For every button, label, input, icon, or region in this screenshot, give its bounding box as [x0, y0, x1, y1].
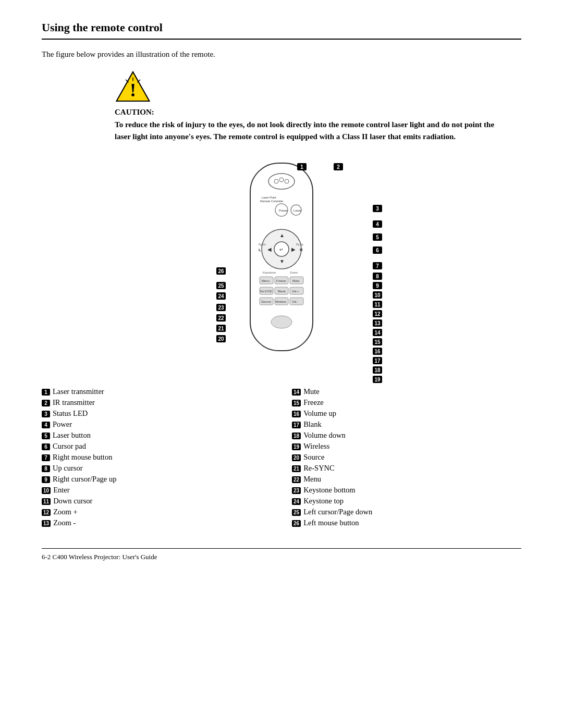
legend-num: 20: [292, 454, 301, 461]
legend-text: Source: [303, 453, 324, 462]
legend-text: Left cursor/Page down: [303, 508, 372, 516]
legend-num: 2: [42, 400, 50, 406]
caution-label: CAUTION:: [115, 108, 154, 117]
legend-num: 19: [292, 443, 301, 450]
intro-text: The figure below provides an illustratio…: [42, 50, 521, 59]
callout-15: 15: [373, 338, 382, 346]
legend-num: 23: [292, 487, 301, 494]
legend-item: 10Enter: [42, 486, 271, 495]
callout-22: 22: [216, 314, 226, 322]
legend-item: 2IR transmitter: [42, 398, 271, 407]
svg-text:L: L: [259, 248, 261, 252]
svg-text:Pg Up: Pg Up: [296, 243, 303, 246]
legend-text: Right mouse button: [53, 453, 112, 462]
legend-item: 16Volume up: [292, 409, 521, 418]
callout-18: 18: [373, 366, 382, 374]
legend-num: 11: [42, 498, 51, 505]
legend-text: Menu: [303, 475, 321, 484]
callout-9: 9: [373, 282, 382, 289]
svg-text:Pg Dn: Pg Dn: [259, 243, 266, 246]
svg-text:Laser: Laser: [293, 209, 301, 212]
legend-text: Volume down: [303, 431, 346, 440]
callout-23: 23: [216, 304, 226, 311]
legend-num: 25: [292, 509, 301, 516]
legend-item: 3Status LED: [42, 409, 271, 418]
legend-num: 9: [42, 476, 50, 483]
caution-icon: !: [115, 68, 151, 105]
legend-item: 23Keystone bottom: [292, 486, 521, 495]
legend-num: 1: [42, 389, 50, 396]
svg-text:Wireless: Wireless: [275, 300, 286, 303]
legend-text: Wireless: [303, 442, 329, 451]
legend-text: Left mouse button: [303, 519, 359, 527]
legend-item: 4Power: [42, 420, 271, 429]
callout-24: 24: [216, 292, 226, 300]
legend-text: Zoom -: [53, 519, 76, 527]
svg-text:◀: ◀: [267, 246, 272, 252]
legend-num: 5: [42, 433, 50, 439]
svg-text:Zoom: Zoom: [290, 271, 298, 274]
legend-item: 25Left cursor/Page down: [292, 508, 521, 516]
callout-25: 25: [216, 282, 226, 289]
legend-text: Laser transmitter: [53, 387, 104, 396]
svg-point-47: [271, 316, 292, 328]
legend-text: Laser button: [53, 431, 91, 440]
legend-item: 14Mute: [292, 387, 521, 396]
callout-1: 1: [297, 163, 307, 170]
caution-text: To reduce the risk of injury to the eyes…: [115, 119, 511, 142]
svg-text:Blank: Blank: [278, 290, 286, 293]
legend-item: 11Down cursor: [42, 497, 271, 505]
legend-text: Enter: [53, 486, 69, 495]
callout-20: 20: [216, 335, 226, 342]
legend-num: 8: [42, 465, 50, 472]
callout-21: 21: [216, 325, 226, 332]
svg-text:Mute: Mute: [292, 279, 300, 282]
legend-item: 5Laser button: [42, 431, 271, 440]
svg-text:Keystone: Keystone: [263, 271, 276, 274]
legend-item: 22Menu: [292, 475, 521, 484]
legend-num: 14: [292, 389, 301, 396]
callout-5: 5: [373, 233, 382, 241]
legend-num: 24: [292, 498, 301, 505]
legend-text: IR transmitter: [53, 398, 95, 407]
callout-8: 8: [373, 273, 382, 280]
footer-text: 6-2 C400 Wireless Projector: User's Guid…: [42, 553, 157, 561]
legend-item: 1Laser transmitter: [42, 387, 271, 396]
legend-text: Zoom +: [53, 508, 77, 516]
svg-text:Laser Point: Laser Point: [262, 196, 276, 199]
legend-text: Mute: [303, 387, 320, 396]
svg-text:▼: ▼: [279, 258, 285, 264]
legend-item: 7Right mouse button: [42, 453, 271, 462]
callout-10: 10: [373, 291, 382, 299]
legend-item: 19Wireless: [292, 442, 521, 451]
callout-7: 7: [373, 262, 382, 269]
legend-num: 15: [292, 400, 301, 406]
legend-text: Blank: [303, 420, 322, 429]
legend-text: Up cursor: [53, 464, 83, 473]
legend-num: 6: [42, 443, 50, 450]
legend-item: 6Cursor pad: [42, 442, 271, 451]
caution-block: ! CAUTION: To reduce the risk of injury …: [115, 68, 521, 142]
callout-14: 14: [373, 329, 382, 336]
svg-text:R: R: [300, 248, 303, 252]
legend-item: 24Keystone top: [292, 497, 521, 505]
svg-text:▲: ▲: [279, 232, 285, 238]
legend-num: 12: [42, 509, 51, 516]
legend-num: 22: [292, 476, 301, 483]
legend-text: Status LED: [53, 409, 88, 418]
legend-text: Freeze: [303, 398, 324, 407]
legend-text: Volume up: [303, 409, 336, 418]
svg-text:▶: ▶: [291, 246, 296, 252]
legend-text: Right cursor/Page up: [53, 475, 116, 484]
footer-bar: 6-2 C400 Wireless Projector: User's Guid…: [42, 548, 521, 561]
svg-text:!: !: [130, 80, 136, 101]
callout-16: 16: [373, 348, 382, 355]
svg-text:Menu: Menu: [262, 279, 270, 282]
legend-item: 12Zoom +: [42, 508, 271, 516]
callout-12: 12: [373, 310, 382, 317]
svg-text:Vol.-: Vol.-: [292, 300, 298, 303]
remote-svg: Laser Point Remote Controller Power Lase…: [219, 158, 344, 363]
legend-num: 13: [42, 520, 51, 527]
legend-num: 26: [292, 520, 301, 527]
svg-text:Source: Source: [261, 300, 272, 303]
